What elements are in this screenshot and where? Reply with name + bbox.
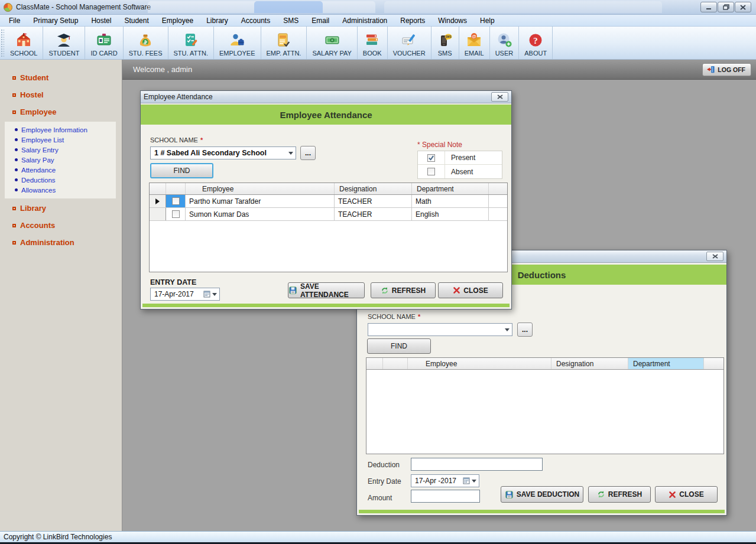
sidebar-item-employee[interactable]: Employee bbox=[0, 103, 122, 120]
sidebar-item-hostel[interactable]: Hostel bbox=[0, 86, 122, 103]
deductions-find-button[interactable]: FIND bbox=[367, 338, 431, 354]
toolbar-student-attendance-button[interactable]: STU. ATTN. bbox=[168, 27, 214, 59]
deductions-browse-button[interactable]: ... bbox=[517, 323, 533, 337]
attendance-close-button[interactable]: CLOSE bbox=[438, 282, 503, 298]
window-controls bbox=[700, 2, 751, 12]
save-deduction-label: SAVE DEDUCTION bbox=[517, 490, 579, 499]
sidebar-item-salary-pay[interactable]: Salary Pay bbox=[5, 155, 116, 165]
menu-employee[interactable]: Employee bbox=[155, 15, 200, 27]
attendance-close-window-button[interactable] bbox=[491, 92, 508, 102]
toolbar-sms-button[interactable]: SMS SMS bbox=[431, 27, 459, 59]
menu-sms[interactable]: SMS bbox=[277, 15, 305, 27]
menu-accounts[interactable]: Accounts bbox=[235, 15, 277, 27]
maximize-button[interactable] bbox=[718, 2, 734, 12]
column-header-designation[interactable]: Designation bbox=[335, 183, 412, 194]
deductions-refresh-button[interactable]: REFRESH bbox=[588, 486, 651, 503]
attendance-find-button[interactable]: FIND bbox=[150, 163, 213, 178]
sidebar-item-salary-entry[interactable]: Salary Entry bbox=[5, 145, 116, 155]
banknote-icon bbox=[324, 32, 340, 48]
employee-icon bbox=[229, 32, 245, 48]
menubar: File Primary Setup Hostel Student Employ… bbox=[0, 15, 756, 27]
menu-hostel[interactable]: Hostel bbox=[85, 15, 118, 27]
table-row[interactable]: Partho Kumar Tarafder TEACHER Math bbox=[150, 195, 507, 208]
toolbar-employee-attendance-button[interactable]: EMP. ATTN. bbox=[261, 27, 307, 59]
table-row[interactable]: Sumon Kumar Das TEACHER English bbox=[150, 208, 507, 221]
employee-cell: Sumon Kumar Das bbox=[186, 208, 335, 220]
attendance-browse-button[interactable]: ... bbox=[300, 146, 316, 160]
sidebar-sub-label: Salary Pay bbox=[21, 157, 54, 164]
attendance-refresh-button[interactable]: REFRESH bbox=[371, 282, 436, 298]
toolbar-salary-pay-button[interactable]: SALARY PAY bbox=[307, 27, 357, 59]
menu-reports[interactable]: Reports bbox=[394, 15, 431, 27]
menu-administration[interactable]: Administration bbox=[336, 15, 394, 27]
sidebar-item-allowances[interactable]: Allowances bbox=[5, 185, 116, 195]
toolbar-user-button[interactable]: USER bbox=[490, 27, 520, 59]
sidebar-item-attendance[interactable]: Attendance bbox=[5, 165, 116, 175]
row-checkbox-cell[interactable] bbox=[166, 208, 186, 220]
menu-windows[interactable]: Windows bbox=[431, 15, 473, 27]
column-header-employee[interactable]: Employee bbox=[408, 358, 551, 369]
sidebar-item-deductions[interactable]: Deductions bbox=[5, 175, 116, 185]
attendance-entry-date-picker[interactable]: 17-Apr-2017 bbox=[150, 288, 220, 301]
sidebar-item-employee-information[interactable]: Employee Information bbox=[5, 125, 116, 135]
deductions-entry-date-picker[interactable]: 17-Apr -2017 bbox=[411, 474, 479, 487]
toolbar-label: EMPLOYEE bbox=[219, 50, 255, 57]
toolbar-email-button[interactable]: @ EMAIL bbox=[459, 27, 490, 59]
chevron-down-icon bbox=[212, 293, 217, 296]
designation-cell: TEACHER bbox=[335, 208, 412, 220]
absent-checkbox[interactable] bbox=[427, 168, 435, 175]
column-header-department[interactable]: Department bbox=[412, 183, 489, 194]
deduction-input[interactable] bbox=[411, 458, 543, 471]
toolbar-student-button[interactable]: STUDENT bbox=[43, 27, 85, 59]
toolbar-label: STU. FEES bbox=[129, 50, 163, 57]
save-deduction-button[interactable]: SAVE DEDUCTION bbox=[501, 486, 583, 503]
deductions-school-select[interactable] bbox=[368, 323, 512, 336]
toolbar-id-card-button[interactable]: ID CARD bbox=[85, 27, 123, 59]
row-checkbox[interactable] bbox=[172, 197, 180, 205]
sidebar-item-accounts[interactable]: Accounts bbox=[0, 217, 122, 234]
menu-student[interactable]: Student bbox=[118, 15, 155, 27]
attendance-school-select[interactable]: 1 # Sabed Ali Secondary School bbox=[150, 146, 296, 159]
minimize-button[interactable] bbox=[700, 2, 717, 12]
menu-library[interactable]: Library bbox=[200, 15, 235, 27]
sidebar-item-administration[interactable]: Administration bbox=[0, 234, 122, 251]
row-selector-cell[interactable] bbox=[150, 195, 166, 207]
menu-help[interactable]: Help bbox=[473, 15, 501, 27]
toolbar-voucher-button[interactable]: VOUCHER bbox=[388, 27, 431, 59]
toolbar: SCHOOL STUDENT ID CARD STU. FEES STU. AT… bbox=[0, 27, 756, 60]
deductions-grid[interactable]: Employee Designation Department bbox=[366, 357, 724, 454]
books-icon bbox=[364, 32, 381, 48]
svg-text:@: @ bbox=[472, 34, 476, 39]
sidebar-item-employee-list[interactable]: Employee List bbox=[5, 135, 116, 145]
column-header-designation[interactable]: Designation bbox=[551, 358, 628, 369]
row-checkbox[interactable] bbox=[172, 210, 180, 218]
menu-email[interactable]: Email bbox=[305, 15, 336, 27]
row-selector-cell[interactable] bbox=[150, 208, 166, 220]
close-icon bbox=[497, 95, 503, 99]
log-off-button[interactable]: LOG OFF bbox=[702, 63, 751, 76]
find-button-label: FIND bbox=[391, 342, 407, 350]
checkbox-cell bbox=[418, 165, 445, 178]
toolbar-employee-button[interactable]: EMPLOYEE bbox=[214, 27, 261, 59]
attendance-grid[interactable]: Employee Designation Department Partho K… bbox=[149, 183, 508, 272]
deductions-close-button[interactable]: CLOSE bbox=[655, 486, 718, 503]
toolbar-about-button[interactable]: ? ABOUT bbox=[519, 27, 553, 59]
toolbar-school-button[interactable]: SCHOOL bbox=[5, 27, 43, 59]
toolbar-student-fees-button[interactable]: STU. FEES bbox=[124, 27, 168, 59]
present-checkbox[interactable] bbox=[427, 154, 435, 162]
menu-file[interactable]: File bbox=[2, 15, 27, 27]
close-window-button[interactable] bbox=[735, 2, 751, 12]
sidebar-item-student[interactable]: Student bbox=[0, 69, 122, 86]
save-attendance-button[interactable]: SAVE ATTENDANCE bbox=[288, 282, 365, 298]
column-header-department[interactable]: Department bbox=[628, 358, 704, 369]
menu-primary-setup[interactable]: Primary Setup bbox=[27, 15, 85, 27]
sidebar-item-library[interactable]: Library bbox=[0, 200, 122, 217]
row-checkbox-cell[interactable] bbox=[166, 195, 186, 207]
attendance-dialog-titlebar[interactable]: Employee Attendance bbox=[141, 91, 511, 103]
deductions-close-window-button[interactable] bbox=[706, 252, 723, 261]
amount-input[interactable] bbox=[411, 490, 480, 503]
calendar-icon bbox=[463, 477, 470, 484]
absent-label: Absent bbox=[445, 168, 473, 176]
toolbar-book-button[interactable]: BOOK bbox=[358, 27, 388, 59]
column-header-employee[interactable]: Employee bbox=[186, 183, 335, 194]
